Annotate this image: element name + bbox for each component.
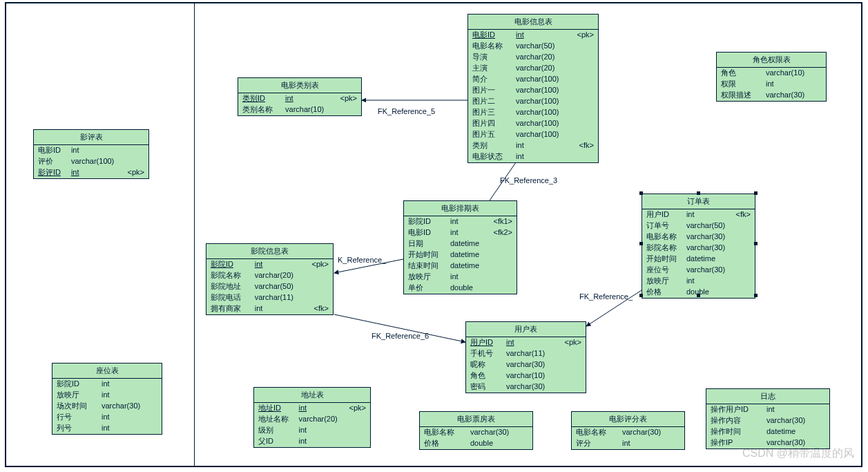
entity-movie-category[interactable]: 电影类别表 类别IDint<pk>类别名称varchar(10) [238,77,362,116]
attribute-key [304,292,333,303]
entity-user[interactable]: 用户表 用户IDint<pk>手机号varchar(11)昵称varchar(3… [465,321,586,393]
attribute-row: 行号int [52,412,162,423]
attribute-key [152,401,162,412]
entity-title: 电影类别表 [238,78,361,93]
entity-order[interactable]: 订单表 用户IDint<fk>订单号varchar(50)电影名称varchar… [642,193,755,299]
entity-rating[interactable]: 电影评分表 电影名称varchar(30)评分int [571,411,685,450]
entity-title: 电影评分表 [572,412,684,427]
attribute-type: varchar(30) [682,232,731,243]
attribute-name: 图片一 [468,85,512,96]
attribute-type: int [512,140,570,151]
ref-label-5: FK_Reference_5 [378,107,435,115]
entity-title: 电影票房表 [420,412,532,427]
attribute-type: int [446,216,487,227]
attribute-row: 影院IDint<pk> [206,259,333,270]
attribute-row: 影评IDint<pk> [34,167,148,178]
attribute-row: 级别int [254,425,370,436]
attribute-row: 评分int [572,438,684,449]
attribute-name: 主演 [468,63,512,74]
attribute-type: int [295,436,344,447]
attribute-name: 行号 [52,412,97,423]
selection-handle[interactable] [697,191,700,195]
attribute-key [344,436,370,447]
attribute-key [152,390,162,401]
attribute-key [523,427,532,438]
entity-address[interactable]: 地址表 地址IDint<pk>地址名称varchar(20)级别int父IDin… [253,387,371,448]
attribute-name: 电影状态 [468,151,512,162]
attribute-type: double [682,287,731,298]
attribute-key: <fk1> [487,216,517,227]
attribute-key [304,281,333,292]
attribute-row: 用户IDint<fk> [642,209,755,220]
attribute-name: 拥有商家 [206,303,251,314]
attribute-key: <pk> [122,167,148,178]
attribute-name: 图片四 [468,118,512,129]
selection-handle[interactable] [639,191,643,195]
attribute-row: 类别IDint<pk> [238,93,361,104]
attribute-name: 放映厅 [404,272,446,283]
attribute-row: 父IDint [254,436,370,447]
selection-handle[interactable] [639,242,643,245]
attribute-key [819,404,829,415]
attribute-name: 电影名称 [468,41,512,52]
entity-title: 地址表 [254,388,370,403]
selection-handle[interactable] [754,242,758,245]
attribute-key [523,438,532,449]
attribute-row: 操作时间datetime [706,426,829,437]
attribute-type: varchar(30) [762,415,820,426]
selection-handle[interactable] [754,294,758,297]
entity-log[interactable]: 日志 操作用户IDint操作内容varchar(30)操作时间datetime操… [706,388,830,449]
attribute-key [487,261,517,272]
attribute-key [570,107,598,118]
attribute-row: 日期datetime [404,238,517,249]
attribute-key [819,426,829,437]
attribute-row: 图片二varchar(100) [468,96,598,107]
attribute-row: 开始时间datetime [642,254,755,265]
attribute-key [675,427,684,438]
entity-review[interactable]: 影评表 电影IDint评价varchar(100)影评IDint<pk> [33,129,149,179]
attribute-row: 类别int<fk> [468,140,598,151]
attribute-row: 单价double [404,283,517,294]
selection-handle[interactable] [697,294,700,297]
entity-role-perm[interactable]: 角色权限表 角色varchar(10)权限int权限描述varchar(30) [716,52,827,102]
attribute-name: 场次时间 [52,401,97,412]
attribute-type: int [295,403,344,414]
attribute-type: int [97,423,152,434]
attribute-key: <fk> [304,303,333,314]
attribute-name: 角色 [466,370,502,381]
attribute-name: 开始时间 [404,249,446,261]
attribute-row: 影院电话varchar(11) [206,292,333,303]
attribute-type: int [762,404,820,415]
attribute-key [819,415,829,426]
attribute-name: 手机号 [466,348,502,359]
attribute-key [570,74,598,85]
selection-handle[interactable] [754,191,758,195]
selection-handle[interactable] [639,294,643,297]
entity-movie-info[interactable]: 电影信息表 电影IDint<pk>电影名称varchar(50)导演varcha… [467,14,599,163]
attribute-key [570,63,598,74]
attribute-row: 用户IDint<pk> [466,337,586,348]
attribute-key [487,272,517,283]
attribute-name: 用户ID [642,209,682,220]
entity-boxoffice[interactable]: 电影票房表 电影名称varchar(30)价格double [419,411,533,450]
attribute-key [304,270,333,281]
entity-cinema[interactable]: 影院信息表 影院IDint<pk>影院名称varchar(20)影院地址varc… [206,243,334,315]
attribute-key [570,41,598,52]
attribute-name: 放映厅 [642,276,682,287]
attribute-row: 地址IDint<pk> [254,403,370,414]
entity-seat[interactable]: 座位表 影院IDint放映厅int场次时间varchar(30)行号int列号i… [52,363,162,435]
attribute-name: 昵称 [466,359,502,370]
attribute-name: 类别 [468,140,512,151]
attribute-key [731,232,755,243]
attribute-name: 放映厅 [52,390,97,401]
attribute-key [731,220,755,232]
attribute-row: 权限int [717,79,826,90]
attribute-type: int [682,276,731,287]
attribute-type: varchar(100) [512,74,570,85]
attribute-key [731,276,755,287]
attribute-name: 价格 [420,438,466,449]
attribute-key [731,265,755,276]
entity-schedule[interactable]: 电影排期表 影院IDint<fk1>电影IDint<fk2>日期datetime… [403,200,517,294]
attribute-type: int [67,145,122,156]
attribute-key [487,238,517,249]
